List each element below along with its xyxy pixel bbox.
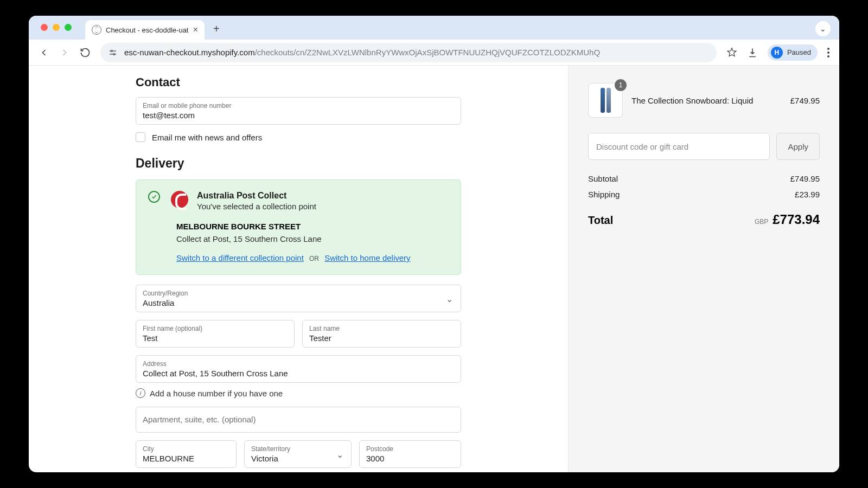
checkbox-icon <box>136 132 145 142</box>
svg-point-3 <box>113 53 115 55</box>
summary-totals: Subtotal £749.95 Shipping £23.99 Total G… <box>588 174 820 227</box>
country-value: Australia <box>143 298 454 307</box>
address-bar[interactable]: esc-nuwan-checkout.myshopify.com/checkou… <box>100 43 717 62</box>
tab-overflow-button[interactable]: ⌄ <box>815 21 831 36</box>
apartment-field[interactable] <box>136 407 461 433</box>
discount-row: Apply <box>588 133 820 160</box>
postcode-field[interactable]: Postcode 3000 <box>359 440 461 468</box>
profile-avatar: H <box>771 47 783 59</box>
or-label: OR <box>309 255 319 262</box>
total-label: Total <box>588 214 613 227</box>
close-tab-icon[interactable]: × <box>193 25 198 35</box>
cart-line-item: 1 The Collection Snowboard: Liquid £749.… <box>588 83 820 118</box>
new-tab-button[interactable]: + <box>213 23 220 35</box>
city-field[interactable]: City MELBOURNE <box>136 440 237 468</box>
address-field[interactable]: Address Collect at Post, 15 Southern Cro… <box>136 355 461 383</box>
minimize-window-button[interactable] <box>53 24 60 31</box>
collect-location-name: MELBOURNE BOURKE STREET <box>176 222 449 231</box>
collect-selected-msg: You've selected a collection point <box>197 202 316 211</box>
state-value: Victoria <box>251 454 344 463</box>
download-icon[interactable] <box>747 47 758 58</box>
switch-collection-link[interactable]: Switch to a different collection point <box>176 253 304 262</box>
total-currency: GBP <box>755 218 768 226</box>
address-label: Address <box>143 360 454 368</box>
newsletter-label: Email me with news and offers <box>152 133 262 142</box>
check-circle-icon <box>148 191 160 203</box>
contact-heading: Contact <box>136 75 461 89</box>
menu-icon[interactable] <box>827 48 829 57</box>
state-select[interactable]: State/territory Victoria ⌄ <box>244 440 352 468</box>
order-summary: 1 The Collection Snowboard: Liquid £749.… <box>568 66 839 472</box>
site-settings-icon[interactable] <box>108 48 119 57</box>
window-controls <box>41 24 72 31</box>
product-price: £749.95 <box>790 96 820 105</box>
first-name-label: First name (optional) <box>143 325 288 332</box>
browser-toolbar: esc-nuwan-checkout.myshopify.com/checkou… <box>29 40 839 66</box>
last-name-value: Tester <box>309 333 454 343</box>
bookmark-icon[interactable] <box>726 47 737 58</box>
browser-tab[interactable]: Checkout - esc-doddle-uat × <box>85 20 205 40</box>
checkout-main: Contact Email or mobile phone number tes… <box>29 66 568 472</box>
first-name-field[interactable]: First name (optional) Test <box>136 320 295 348</box>
toolbar-actions: H Paused <box>726 44 829 61</box>
fullscreen-window-button[interactable] <box>65 24 72 31</box>
collect-location-address: Collect at Post, 15 Southern Cross Lane <box>176 234 449 243</box>
reload-icon[interactable] <box>80 47 91 58</box>
product-name: The Collection Snowboard: Liquid <box>631 96 782 105</box>
country-label: Country/Region <box>143 290 454 297</box>
info-icon: i <box>136 388 145 398</box>
switch-home-link[interactable]: Switch to home delivery <box>324 253 410 262</box>
delivery-heading: Delivery <box>136 156 461 171</box>
country-select[interactable]: Country/Region Australia ⌄ <box>136 285 461 312</box>
email-value: test@test.com <box>143 111 454 120</box>
state-label: State/territory <box>251 445 344 453</box>
collection-point-card: Australia Post Collect You've selected a… <box>136 179 461 275</box>
page: Contact Email or mobile phone number tes… <box>29 66 839 472</box>
chevron-down-icon: ⌄ <box>446 293 453 304</box>
postcode-value: 3000 <box>366 454 454 463</box>
close-window-button[interactable] <box>41 24 48 31</box>
email-label: Email or mobile phone number <box>143 102 454 110</box>
australia-post-logo-icon <box>171 191 188 208</box>
nav-buttons <box>39 47 91 58</box>
last-name-field[interactable]: Last name Tester <box>302 320 461 348</box>
apartment-input[interactable] <box>143 415 454 424</box>
apply-button[interactable]: Apply <box>776 133 820 160</box>
shipping-label: Shipping <box>588 190 620 199</box>
total-value: £773.94 <box>773 212 820 227</box>
subtotal-label: Subtotal <box>588 174 618 183</box>
product-thumbnail: 1 <box>588 83 623 118</box>
address-hint-text: Add a house number if you have one <box>150 389 283 398</box>
url-text: esc-nuwan-checkout.myshopify.com/checkou… <box>124 48 600 57</box>
browser-window: Checkout - esc-doddle-uat × + ⌄ esc-nuwa… <box>29 16 839 472</box>
email-field[interactable]: Email or mobile phone number test@test.c… <box>136 97 461 125</box>
city-value: MELBOURNE <box>143 454 229 463</box>
svg-point-2 <box>111 50 112 52</box>
address-value: Collect at Post, 15 Southern Cross Lane <box>143 369 454 378</box>
shipping-value: £23.99 <box>795 190 820 199</box>
globe-icon <box>92 25 101 35</box>
profile-status: Paused <box>787 48 811 56</box>
chevron-down-icon: ⌄ <box>336 449 343 459</box>
discount-input[interactable] <box>588 133 770 160</box>
back-icon[interactable] <box>39 47 49 58</box>
subtotal-value: £749.95 <box>790 174 820 183</box>
collect-provider: Australia Post Collect <box>197 191 316 201</box>
address-hint: i Add a house number if you have one <box>136 388 461 398</box>
newsletter-checkbox[interactable]: Email me with news and offers <box>136 132 461 142</box>
tab-strip: Checkout - esc-doddle-uat × + ⌄ <box>29 16 839 40</box>
forward-icon[interactable] <box>59 47 70 58</box>
city-label: City <box>143 445 229 453</box>
qty-badge: 1 <box>615 79 627 91</box>
first-name-value: Test <box>143 333 288 343</box>
tab-title: Checkout - esc-doddle-uat <box>106 26 188 34</box>
postcode-label: Postcode <box>366 445 454 453</box>
profile-chip[interactable]: H Paused <box>768 44 818 61</box>
last-name-label: Last name <box>309 325 454 332</box>
